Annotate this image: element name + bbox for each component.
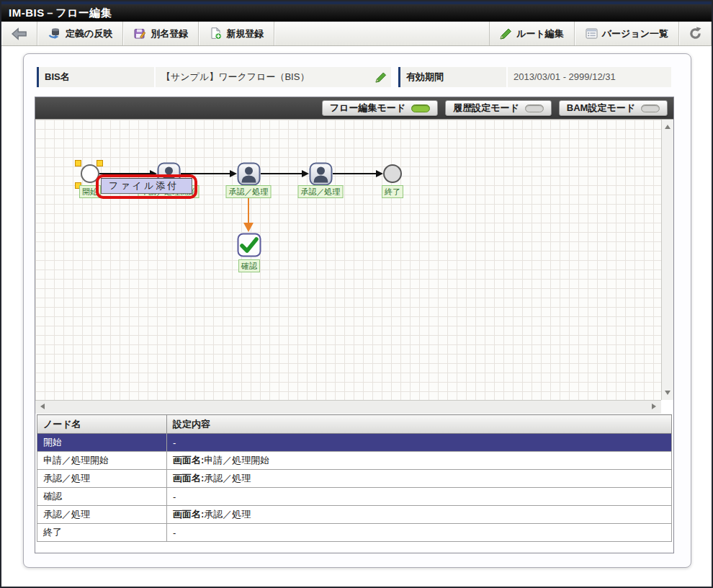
mode-button-flow-edit[interactable]: フロー編集モード [322, 100, 438, 116]
back-arrow-icon [12, 27, 27, 40]
content-panel: BIS名 【サンプル】ワークフロー（BIS） 有効期間 2013/03/01 -… [23, 53, 691, 568]
toolbar-spacer [274, 22, 489, 45]
mode-button-label: 履歴設定モード [453, 102, 519, 115]
toolbar-button-new-register[interactable]: 新規登録 [199, 22, 274, 45]
flow-node-confirm[interactable] [237, 233, 261, 257]
bis-name-value: 【サンプル】ワークフロー（BIS） [156, 67, 391, 87]
title-bar: IM-BIS－フロー編集 [1, 4, 712, 22]
flow-connector [333, 173, 376, 174]
toolbar-button-label: バージョン一覧 [602, 27, 668, 40]
flow-editor-panel: フロー編集モード 履歴設定モード BAM設定モード [35, 97, 674, 553]
toolbar: 定義の反映 別名登録 [1, 22, 712, 46]
selection-handle[interactable] [75, 160, 81, 166]
column-header-node-name: ノード名 [37, 415, 167, 434]
mode-button-history-setting[interactable]: 履歴設定モード [445, 100, 552, 116]
cell-setting: 画面名:承認／処理 [167, 506, 672, 524]
cell-node-name: 申請／処理開始 [37, 452, 167, 470]
mode-inactive-indicator [525, 104, 544, 112]
cell-setting: 画面名:承認／処理 [167, 470, 672, 488]
table-row[interactable]: 承認／処理 画面名:承認／処理 [37, 470, 672, 488]
bis-name-text: 【サンプル】ワークフロー（BIS） [161, 67, 375, 87]
toolbar-button-label: 定義の反映 [66, 27, 112, 40]
highlight-annotation [96, 174, 197, 199]
valid-period-value: 2013/03/01 - 2999/12/31 [508, 67, 671, 87]
toolbar-button-alias-register[interactable]: 別名登録 [123, 22, 199, 45]
node-label-confirm: 確認 [238, 259, 260, 272]
scroll-down-icon[interactable] [665, 391, 671, 395]
mode-button-label: フロー編集モード [330, 102, 405, 115]
app-window: IM-BIS－フロー編集 定義の反映 [0, 0, 713, 588]
bis-name-label: BIS名 [37, 67, 154, 87]
alias-register-icon [134, 28, 146, 40]
route-edit-icon [500, 28, 512, 40]
selection-handle[interactable] [97, 160, 103, 166]
valid-period-label: 有効期間 [398, 67, 506, 87]
mode-active-indicator [411, 104, 430, 112]
scroll-left-icon[interactable] [40, 404, 45, 409]
table-row[interactable]: 終了 - [37, 524, 672, 542]
cell-node-name: 開始 [37, 434, 167, 452]
node-label-approve2: 承認／処理 [298, 185, 344, 198]
cell-setting: - [167, 524, 672, 542]
version-list-icon [586, 28, 598, 39]
edit-pencil-icon[interactable] [375, 72, 387, 83]
cell-setting: - [167, 488, 672, 506]
toolbar-button-label: 別名登録 [151, 27, 188, 40]
node-label-approve1: 承認／処理 [226, 185, 272, 198]
cell-setting: - [167, 434, 672, 452]
scroll-up-icon[interactable] [665, 125, 671, 129]
table-row[interactable]: 確認 - [37, 488, 672, 506]
column-header-setting: 設定内容 [167, 415, 672, 434]
reflect-definition-icon [48, 27, 61, 40]
flow-canvas[interactable]: 開始 申請／処理開始 承認／処理 承認／処理 終了 確認 ファイル添付 [35, 120, 661, 400]
node-label-end: 終了 [382, 185, 403, 198]
toolbar-button-label: 新規登録 [226, 27, 264, 40]
cell-node-name: 承認／処理 [37, 506, 167, 524]
table-row[interactable]: 申請／処理開始 画面名:申請／処理開始 [37, 452, 672, 470]
confirm-connector-arrowhead [243, 223, 254, 232]
toolbar-button-route-edit[interactable]: ルート編集 [489, 22, 575, 45]
toolbar-button-version-list[interactable]: バージョン一覧 [575, 22, 679, 45]
mode-inactive-indicator [641, 104, 660, 112]
mode-bar: フロー編集モード 履歴設定モード BAM設定モード [35, 97, 673, 119]
canvas-horizontal-scrollbar[interactable] [35, 400, 661, 414]
cell-node-name: 承認／処理 [37, 470, 167, 488]
flow-connector [261, 173, 302, 174]
cell-node-name: 確認 [37, 488, 167, 506]
table-row[interactable]: 開始 - [37, 434, 672, 452]
cell-setting: 画面名:申請／処理開始 [167, 452, 672, 470]
back-button[interactable] [1, 22, 37, 45]
flow-node-approve1[interactable] [237, 162, 261, 186]
mode-button-label: BAM設定モード [567, 102, 635, 115]
mode-button-bam-setting[interactable]: BAM設定モード [559, 100, 668, 116]
cell-node-name: 終了 [37, 524, 167, 542]
refresh-icon [689, 27, 702, 40]
canvas-vertical-scrollbar[interactable] [661, 120, 673, 400]
node-settings-table: ノード名 設定内容 開始 - 申請／処理開始 画面名:申請／処理開始 承認／処理 [37, 414, 672, 542]
toolbar-button-reflect-definition[interactable]: 定義の反映 [37, 22, 123, 45]
page-title: IM-BIS－フロー編集 [9, 6, 112, 19]
flow-node-end[interactable] [383, 164, 402, 183]
flow-node-approve2[interactable] [309, 162, 333, 186]
scroll-right-icon[interactable] [652, 404, 656, 409]
table-row[interactable]: 承認／処理 画面名:承認／処理 [37, 506, 672, 524]
refresh-button[interactable] [679, 22, 712, 45]
new-register-icon [210, 27, 222, 40]
toolbar-button-label: ルート編集 [516, 27, 564, 40]
